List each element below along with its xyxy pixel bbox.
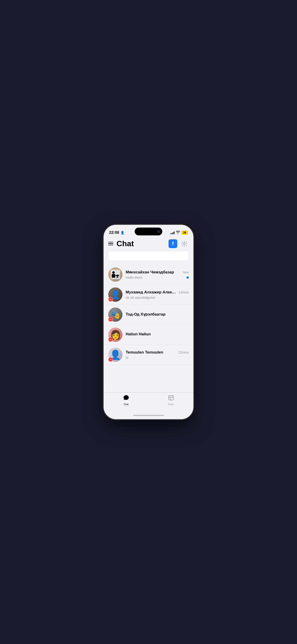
chat-item-1[interactable]: Мөнхсайхан Чимэдбазар now Hello there (104, 265, 194, 285)
chat-top-row-3: Тод-Од Хүрэлбаатар (126, 312, 189, 317)
chat-top-row-4: Haliun Haliun (126, 332, 189, 336)
header-left: Chat (108, 239, 134, 248)
chat-name-5: Temuulen Temuulen (126, 350, 163, 355)
chat-top-row-2: Мухамед Алхажир Александро 13mins (126, 290, 189, 294)
chat-bottom-row-2: ok ok asuudalguiee (126, 296, 189, 300)
chat-top-row-5: Temuulen Temuulen 22mins (126, 350, 189, 355)
search-input[interactable] (108, 251, 189, 261)
remove-badge-4[interactable]: − (108, 337, 113, 342)
battery-display: 39 (182, 230, 188, 235)
camera-dot (157, 230, 160, 233)
chat-content-1: Мөнхсайхан Чимэдбазар now Hello there (126, 270, 189, 280)
chat-name-1: Мөнхсайхан Чимэдбазар (126, 270, 174, 274)
facebook-button[interactable]: f (168, 239, 177, 248)
chat-bottom-row-1: Hello there (126, 276, 189, 280)
search-container (104, 251, 194, 265)
remove-badge-3[interactable]: − (108, 317, 113, 322)
chat-time-1: now (183, 270, 189, 274)
chat-time-5: 22mins (178, 350, 189, 354)
chat-name-4: Haliun Haliun (126, 332, 151, 336)
remove-badge-5[interactable]: − (108, 357, 113, 362)
tab-chat[interactable]: Chat (104, 395, 148, 406)
chat-tab-label: Chat (124, 403, 128, 406)
chat-name-3: Тод-Од Хүрэлбаатар (126, 312, 166, 317)
app-title: Chat (116, 239, 134, 248)
avatar-container-5: − (108, 348, 122, 362)
avatar-container-1 (108, 268, 122, 282)
chat-item-5[interactable]: − Temuulen Temuulen 22mins hi (104, 345, 194, 365)
posts-tab-icon (168, 395, 174, 402)
hamburger-line-2 (108, 243, 113, 244)
chat-item-2[interactable]: − Мухамед Алхажир Александро 13mins ok o… (104, 285, 194, 305)
chat-top-row-1: Мөнхсайхан Чимэдбазар now (126, 270, 189, 274)
home-bar (133, 415, 164, 416)
phone-frame: 22:08 👤 39 (104, 225, 194, 419)
posts-tab-label: Posts (168, 403, 174, 406)
tab-posts[interactable]: Posts (148, 395, 194, 406)
person-icon: 👤 (120, 231, 124, 234)
chat-preview-1: Hello there (126, 276, 185, 280)
menu-button[interactable] (108, 242, 113, 246)
dynamic-island (135, 228, 162, 236)
chat-preview-2: ok ok asuudalguiee (126, 296, 189, 300)
chat-content-5: Temuulen Temuulen 22mins hi (126, 350, 189, 360)
signal-bar-2 (172, 233, 172, 234)
hamburger-line-3 (108, 245, 113, 246)
chat-name-2: Мухамед Алхажир Александро (126, 290, 176, 294)
signal-bar-4 (174, 232, 174, 234)
chat-bottom-row-5: hi (126, 356, 189, 360)
status-time: 22:08 👤 (109, 230, 124, 235)
chat-content-3: Тод-Од Хүрэлбаатар (126, 312, 189, 318)
status-right: 39 (170, 230, 188, 235)
settings-button[interactable] (180, 239, 189, 248)
chat-preview-5: hi (126, 356, 189, 360)
chat-content-2: Мухамед Алхажир Александро 13mins ok ok … (126, 290, 189, 300)
phone-screen: 22:08 👤 39 (104, 225, 194, 419)
signal-bar-3 (173, 232, 173, 234)
wifi-icon (176, 231, 180, 235)
avatar-container-3: − (108, 308, 122, 322)
avatar-container-4: − (108, 328, 122, 342)
svg-point-0 (184, 243, 185, 244)
chat-item-4[interactable]: − Haliun Haliun (104, 325, 194, 345)
time-display: 22:08 (109, 230, 119, 235)
signal-bars (170, 231, 174, 234)
tab-bar: Chat Posts (104, 392, 194, 411)
unread-dot-1 (186, 276, 189, 279)
avatar-container-2: − (108, 288, 122, 302)
chat-item-3[interactable]: − Тод-Од Хүрэлбаатар (104, 305, 194, 325)
svg-rect-1 (169, 396, 173, 400)
signal-bar-1 (170, 233, 171, 234)
hamburger-line-1 (108, 242, 113, 242)
avatar-1 (108, 268, 122, 282)
app-header: Chat f (104, 237, 194, 251)
home-indicator (104, 411, 194, 419)
header-right: f (168, 239, 189, 248)
chat-list: Мөнхсайхан Чимэдбазар now Hello there − (104, 265, 194, 392)
chat-tab-icon (123, 395, 129, 402)
remove-badge-2[interactable]: − (108, 297, 113, 302)
chat-time-2: 13mins (178, 290, 189, 294)
chat-content-4: Haliun Haliun (126, 332, 189, 338)
